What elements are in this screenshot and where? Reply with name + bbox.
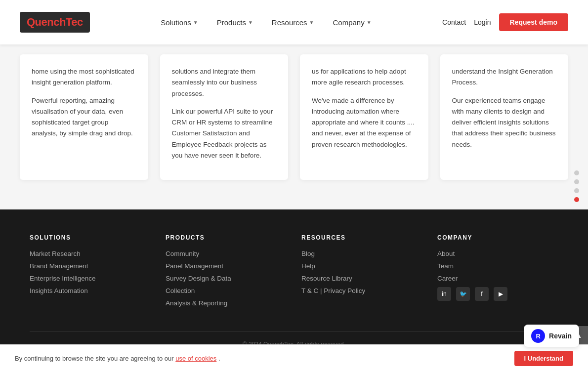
logo[interactable]: QuenchTec xyxy=(20,12,90,33)
card-paragraph: understand the Insight Generation Proces… xyxy=(452,66,557,88)
footer-col-title-1: Products xyxy=(166,234,287,241)
footer-col-0: SolutionsMarket ResearchBrand Management… xyxy=(30,234,151,312)
cookie-banner: By continuing to browse the site you are… xyxy=(0,344,588,372)
footer-link[interactable]: Community xyxy=(166,250,287,257)
footer-link[interactable]: Career xyxy=(437,275,558,282)
scroll-dots xyxy=(574,170,579,202)
nav-right: Contact Login Request demo xyxy=(442,13,568,31)
card-paragraph: us for applications to help adopt more a… xyxy=(312,66,417,88)
logo-text: QuenchTec xyxy=(20,12,90,33)
scroll-dot-3[interactable] xyxy=(574,197,579,202)
nav-company[interactable]: Company ▼ xyxy=(326,14,378,31)
social-icon-tw[interactable]: 🐦 xyxy=(456,287,470,301)
nav-links: Solutions ▼ Products ▼ Resources ▼ Compa… xyxy=(154,14,378,31)
card-paragraph: We've made a difference by introducing a… xyxy=(312,95,417,150)
revain-icon: R xyxy=(531,329,545,343)
footer-col-2: ResourcesBlogHelpResource LibraryT & C |… xyxy=(301,234,422,312)
footer-col-1: ProductsCommunityPanel ManagementSurvey … xyxy=(166,234,287,312)
footer-link[interactable]: Resource Library xyxy=(301,275,422,282)
login-link[interactable]: Login xyxy=(474,18,491,26)
scroll-dot-0[interactable] xyxy=(574,170,579,175)
scroll-dot-1[interactable] xyxy=(574,179,579,184)
cards-grid: home using the most sophisticated insigh… xyxy=(0,44,588,209)
cookie-accept-button[interactable]: I Understand xyxy=(514,351,573,366)
footer-link[interactable]: Blog xyxy=(301,250,422,257)
footer-link[interactable]: T & C | Privacy Policy xyxy=(301,287,422,294)
social-icon-fb[interactable]: f xyxy=(475,287,489,301)
logo-tec: Tec xyxy=(66,16,83,28)
footer-link[interactable]: Brand Management xyxy=(30,262,151,270)
footer-col-title-2: Resources xyxy=(301,234,422,241)
card-paragraph: Link our powerful API suite to your CRM … xyxy=(172,106,277,161)
card-2: us for applications to help adopt more a… xyxy=(300,54,428,180)
footer-link[interactable]: Panel Management xyxy=(166,262,287,270)
footer-link[interactable]: About xyxy=(437,250,558,257)
footer-grid: SolutionsMarket ResearchBrand Management… xyxy=(30,234,558,312)
chevron-down-icon: ▼ xyxy=(248,20,253,25)
request-demo-button[interactable]: Request demo xyxy=(499,13,568,31)
card-3: understand the Insight Generation Proces… xyxy=(440,54,569,180)
footer-link[interactable]: Team xyxy=(437,262,558,270)
contact-link[interactable]: Contact xyxy=(442,18,466,26)
navigation: QuenchTec Solutions ▼ Products ▼ Resourc… xyxy=(0,0,588,44)
social-icon-yt[interactable]: ▶ xyxy=(494,287,507,301)
card-paragraph: solutions and integrate them seamlessly … xyxy=(172,66,277,99)
footer-link[interactable]: Collection xyxy=(166,287,287,294)
card-paragraph: Powerful reporting, amazing visualisatio… xyxy=(32,95,136,139)
footer-link[interactable]: Insights Automation xyxy=(30,287,151,294)
nav-resources[interactable]: Resources ▼ xyxy=(265,14,321,31)
social-icons: in🐦f▶ xyxy=(437,287,558,301)
card-paragraph: Our experienced teams engage with many c… xyxy=(452,95,557,150)
card-1: solutions and integrate them seamlessly … xyxy=(160,54,289,180)
footer-col-title-0: Solutions xyxy=(30,234,151,241)
footer-link[interactable]: Survey Design & Data xyxy=(166,275,287,282)
card-0: home using the most sophisticated insigh… xyxy=(20,54,148,180)
footer-col-3: CompanyAboutTeamCareerin🐦f▶ xyxy=(437,234,558,312)
footer-col-title-3: Company xyxy=(437,234,558,241)
revain-widget[interactable]: R Revain xyxy=(524,325,579,347)
footer-link[interactable]: Help xyxy=(301,262,422,270)
revain-label: Revain xyxy=(549,332,572,340)
logo-quench: Quench xyxy=(27,16,66,28)
footer-link[interactable]: Analysis & Reporting xyxy=(166,299,287,307)
nav-solutions[interactable]: Solutions ▼ xyxy=(154,14,205,31)
footer-link[interactable]: Market Research xyxy=(30,250,151,257)
cookie-policy-link[interactable]: use of cookies xyxy=(175,355,216,362)
footer: SolutionsMarket ResearchBrand Management… xyxy=(0,209,588,363)
nav-products[interactable]: Products ▼ xyxy=(210,14,260,31)
chevron-down-icon: ▼ xyxy=(367,20,372,25)
social-icon-in[interactable]: in xyxy=(437,287,451,301)
cookie-text: By continuing to browse the site you are… xyxy=(15,355,220,362)
card-paragraph: home using the most sophisticated insigh… xyxy=(32,66,136,88)
footer-link[interactable]: Enterprise Intelligence xyxy=(30,275,151,282)
chevron-down-icon: ▼ xyxy=(193,20,198,25)
scroll-dot-2[interactable] xyxy=(574,188,579,193)
chevron-down-icon: ▼ xyxy=(309,20,314,25)
